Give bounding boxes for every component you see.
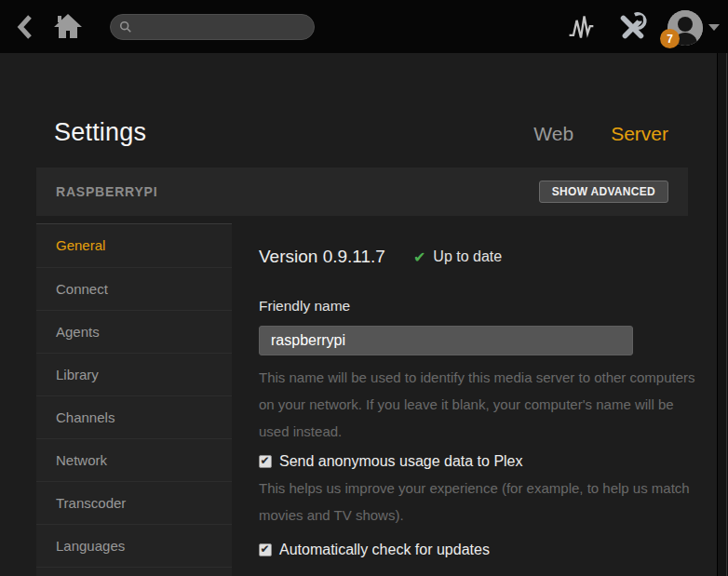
show-advanced-button[interactable]: SHOW ADVANCED (539, 181, 668, 203)
sidebar-item-general[interactable]: General (36, 224, 232, 267)
auto-update-row: Automatically check for updates (259, 542, 701, 558)
update-status: ✔ Up to date (413, 248, 502, 266)
settings-header: Settings Web Server (0, 53, 728, 147)
auto-update-checkbox[interactable] (259, 543, 272, 556)
search-box (110, 14, 315, 40)
chevron-left-icon (15, 14, 35, 40)
user-menu-caret-icon[interactable] (708, 24, 720, 31)
home-button[interactable] (52, 10, 84, 42)
activity-button[interactable] (566, 12, 596, 42)
auto-update-label: Automatically check for updates (279, 542, 490, 558)
tab-web[interactable]: Web (533, 123, 573, 145)
usage-data-checkbox[interactable] (259, 455, 272, 468)
update-status-text: Up to date (433, 248, 502, 265)
version-row: Version 0.9.11.7 ✔ Up to date (259, 247, 701, 267)
sidebar-item-transcoder[interactable]: Transcoder (36, 481, 232, 524)
server-name: RASPBERRYPI (56, 184, 157, 199)
server-header-bar: RASPBERRYPI SHOW ADVANCED (36, 167, 688, 216)
sidebar-divider (36, 567, 232, 576)
check-icon: ✔ (413, 248, 425, 266)
server-version: Version 0.9.11.7 (259, 247, 385, 267)
usage-data-label: Send anonymous usage data to Plex (279, 453, 523, 470)
tab-server[interactable]: Server (611, 123, 668, 145)
sidebar-item-network[interactable]: Network (36, 438, 232, 481)
friendly-name-input[interactable] (259, 326, 633, 355)
scrollbar[interactable] (717, 53, 728, 576)
usage-data-row: Send anonymous usage data to Plex (259, 453, 701, 470)
settings-tabs: Web Server (533, 123, 668, 145)
page-title: Settings (54, 118, 146, 147)
friendly-name-help: This name will be used to identify this … (259, 364, 698, 445)
general-settings-panel: Version 0.9.11.7 ✔ Up to date Friendly n… (259, 223, 701, 576)
back-button[interactable] (15, 14, 35, 40)
tools-wrench-icon (616, 11, 648, 43)
home-icon (52, 10, 84, 42)
notification-badge[interactable]: 7 (660, 29, 680, 48)
settings-page: Settings Web Server RASPBERRYPI SHOW ADV… (0, 53, 728, 576)
settings-content: General Connect Agents Library Channels … (0, 223, 728, 576)
settings-sidebar: General Connect Agents Library Channels … (36, 223, 232, 576)
tools-button[interactable] (616, 11, 648, 43)
usage-data-help: This helps us improve your experience (f… (259, 475, 698, 529)
sidebar-item-library[interactable]: Library (36, 353, 232, 395)
search-input[interactable] (138, 20, 305, 34)
friendly-name-label: Friendly name (259, 298, 701, 315)
sidebar-item-agents[interactable]: Agents (36, 310, 232, 353)
search-icon (119, 20, 132, 33)
top-navigation-bar: 7 (0, 0, 728, 53)
activity-pulse-icon (566, 12, 596, 42)
sidebar-item-connect[interactable]: Connect (36, 267, 232, 310)
sidebar-item-languages[interactable]: Languages (36, 524, 232, 567)
sidebar-item-channels[interactable]: Channels (36, 395, 232, 438)
